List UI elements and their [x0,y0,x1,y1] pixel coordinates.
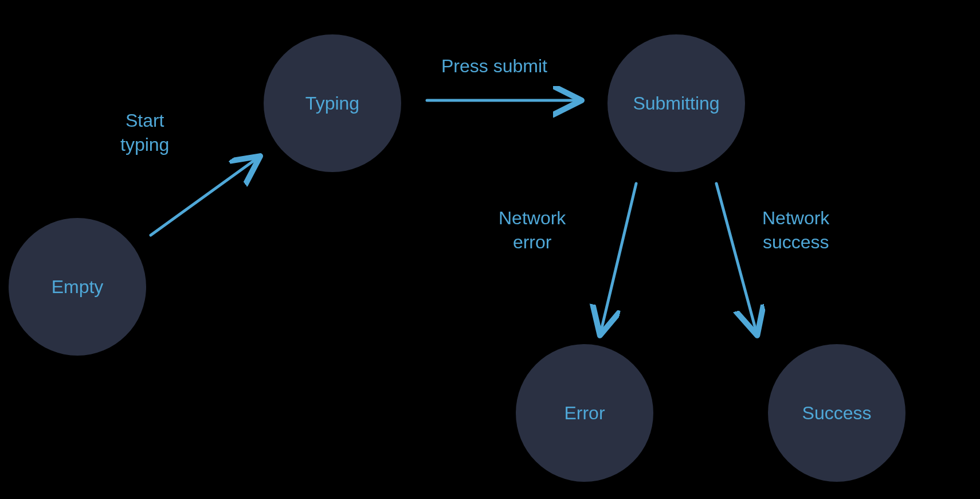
state-error: Error [516,344,653,482]
state-typing-label: Typing [305,93,359,114]
transition-network-success-label: Network success [762,206,829,254]
arrow-start-typing [151,158,258,235]
arrow-network-error [601,184,636,333]
state-submitting: Submitting [607,34,745,172]
state-typing: Typing [264,34,401,172]
state-success: Success [768,344,905,482]
transition-press-submit-label: Press submit [441,54,547,79]
state-empty-label: Empty [52,276,104,298]
state-submitting-label: Submitting [633,93,719,114]
state-empty: Empty [9,218,146,356]
transition-network-error-label: Network error [499,206,566,254]
state-success-label: Success [802,403,872,424]
state-error-label: Error [564,403,605,424]
arrow-network-success [716,184,756,333]
transition-start-typing-label: Start typing [120,109,169,157]
